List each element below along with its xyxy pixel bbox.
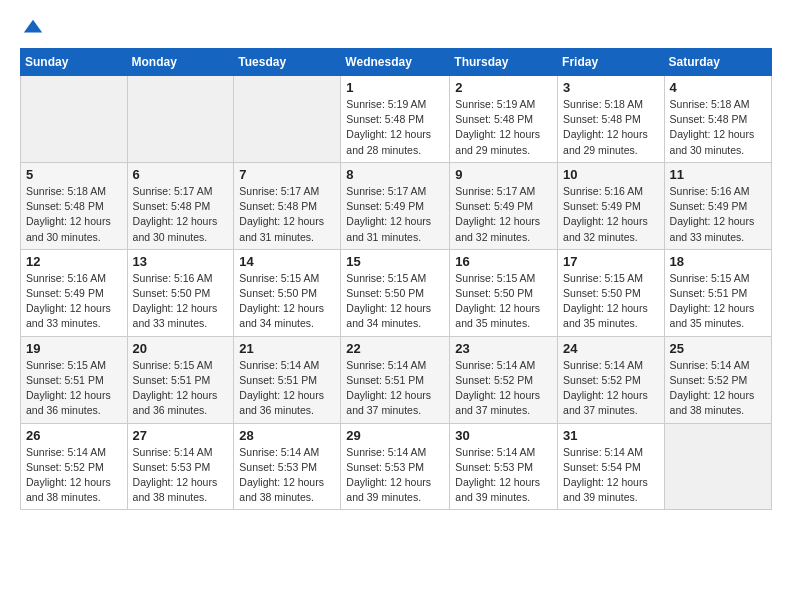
day-info: Sunrise: 5:15 AM Sunset: 5:51 PM Dayligh…	[26, 358, 122, 419]
day-info: Sunrise: 5:17 AM Sunset: 5:48 PM Dayligh…	[239, 184, 335, 245]
weekday-header: Tuesday	[234, 49, 341, 76]
weekday-header: Thursday	[450, 49, 558, 76]
weekday-header-row: SundayMondayTuesdayWednesdayThursdayFrid…	[21, 49, 772, 76]
day-info: Sunrise: 5:15 AM Sunset: 5:50 PM Dayligh…	[563, 271, 659, 332]
calendar-cell: 25Sunrise: 5:14 AM Sunset: 5:52 PM Dayli…	[664, 336, 771, 423]
day-number: 31	[563, 428, 659, 443]
day-number: 15	[346, 254, 444, 269]
calendar-cell	[21, 76, 128, 163]
weekday-header: Wednesday	[341, 49, 450, 76]
calendar-cell	[234, 76, 341, 163]
day-number: 12	[26, 254, 122, 269]
calendar-cell: 6Sunrise: 5:17 AM Sunset: 5:48 PM Daylig…	[127, 162, 234, 249]
day-info: Sunrise: 5:14 AM Sunset: 5:52 PM Dayligh…	[670, 358, 766, 419]
calendar-cell: 21Sunrise: 5:14 AM Sunset: 5:51 PM Dayli…	[234, 336, 341, 423]
day-info: Sunrise: 5:17 AM Sunset: 5:48 PM Dayligh…	[133, 184, 229, 245]
day-number: 2	[455, 80, 552, 95]
page-header	[20, 16, 772, 38]
day-number: 29	[346, 428, 444, 443]
day-number: 14	[239, 254, 335, 269]
day-info: Sunrise: 5:15 AM Sunset: 5:51 PM Dayligh…	[133, 358, 229, 419]
day-info: Sunrise: 5:15 AM Sunset: 5:50 PM Dayligh…	[346, 271, 444, 332]
day-number: 10	[563, 167, 659, 182]
calendar-cell: 26Sunrise: 5:14 AM Sunset: 5:52 PM Dayli…	[21, 423, 128, 510]
calendar-cell: 2Sunrise: 5:19 AM Sunset: 5:48 PM Daylig…	[450, 76, 558, 163]
calendar-cell: 16Sunrise: 5:15 AM Sunset: 5:50 PM Dayli…	[450, 249, 558, 336]
calendar-cell: 12Sunrise: 5:16 AM Sunset: 5:49 PM Dayli…	[21, 249, 128, 336]
day-info: Sunrise: 5:14 AM Sunset: 5:53 PM Dayligh…	[455, 445, 552, 506]
day-info: Sunrise: 5:15 AM Sunset: 5:50 PM Dayligh…	[239, 271, 335, 332]
calendar-cell: 30Sunrise: 5:14 AM Sunset: 5:53 PM Dayli…	[450, 423, 558, 510]
day-number: 18	[670, 254, 766, 269]
day-number: 8	[346, 167, 444, 182]
day-number: 23	[455, 341, 552, 356]
calendar-cell: 19Sunrise: 5:15 AM Sunset: 5:51 PM Dayli…	[21, 336, 128, 423]
logo	[20, 16, 44, 38]
day-number: 6	[133, 167, 229, 182]
calendar-week-row: 5Sunrise: 5:18 AM Sunset: 5:48 PM Daylig…	[21, 162, 772, 249]
day-number: 16	[455, 254, 552, 269]
weekday-header: Monday	[127, 49, 234, 76]
calendar-cell: 9Sunrise: 5:17 AM Sunset: 5:49 PM Daylig…	[450, 162, 558, 249]
calendar-cell: 27Sunrise: 5:14 AM Sunset: 5:53 PM Dayli…	[127, 423, 234, 510]
day-info: Sunrise: 5:18 AM Sunset: 5:48 PM Dayligh…	[26, 184, 122, 245]
day-number: 25	[670, 341, 766, 356]
calendar-cell: 11Sunrise: 5:16 AM Sunset: 5:49 PM Dayli…	[664, 162, 771, 249]
day-info: Sunrise: 5:16 AM Sunset: 5:49 PM Dayligh…	[26, 271, 122, 332]
calendar-cell: 15Sunrise: 5:15 AM Sunset: 5:50 PM Dayli…	[341, 249, 450, 336]
day-number: 13	[133, 254, 229, 269]
day-info: Sunrise: 5:14 AM Sunset: 5:54 PM Dayligh…	[563, 445, 659, 506]
day-number: 26	[26, 428, 122, 443]
calendar-cell	[127, 76, 234, 163]
calendar-cell: 20Sunrise: 5:15 AM Sunset: 5:51 PM Dayli…	[127, 336, 234, 423]
day-number: 7	[239, 167, 335, 182]
day-info: Sunrise: 5:14 AM Sunset: 5:53 PM Dayligh…	[346, 445, 444, 506]
calendar-cell: 14Sunrise: 5:15 AM Sunset: 5:50 PM Dayli…	[234, 249, 341, 336]
calendar-cell: 13Sunrise: 5:16 AM Sunset: 5:50 PM Dayli…	[127, 249, 234, 336]
calendar-cell: 4Sunrise: 5:18 AM Sunset: 5:48 PM Daylig…	[664, 76, 771, 163]
calendar-cell: 23Sunrise: 5:14 AM Sunset: 5:52 PM Dayli…	[450, 336, 558, 423]
calendar-cell: 28Sunrise: 5:14 AM Sunset: 5:53 PM Dayli…	[234, 423, 341, 510]
calendar-cell: 18Sunrise: 5:15 AM Sunset: 5:51 PM Dayli…	[664, 249, 771, 336]
day-number: 9	[455, 167, 552, 182]
weekday-header: Saturday	[664, 49, 771, 76]
day-info: Sunrise: 5:14 AM Sunset: 5:51 PM Dayligh…	[346, 358, 444, 419]
day-info: Sunrise: 5:16 AM Sunset: 5:49 PM Dayligh…	[670, 184, 766, 245]
day-info: Sunrise: 5:19 AM Sunset: 5:48 PM Dayligh…	[455, 97, 552, 158]
day-info: Sunrise: 5:15 AM Sunset: 5:50 PM Dayligh…	[455, 271, 552, 332]
day-info: Sunrise: 5:14 AM Sunset: 5:53 PM Dayligh…	[133, 445, 229, 506]
calendar-cell: 10Sunrise: 5:16 AM Sunset: 5:49 PM Dayli…	[558, 162, 665, 249]
day-number: 20	[133, 341, 229, 356]
calendar-cell: 22Sunrise: 5:14 AM Sunset: 5:51 PM Dayli…	[341, 336, 450, 423]
day-info: Sunrise: 5:18 AM Sunset: 5:48 PM Dayligh…	[670, 97, 766, 158]
day-number: 1	[346, 80, 444, 95]
calendar-table: SundayMondayTuesdayWednesdayThursdayFrid…	[20, 48, 772, 510]
day-info: Sunrise: 5:14 AM Sunset: 5:52 PM Dayligh…	[563, 358, 659, 419]
day-number: 3	[563, 80, 659, 95]
calendar-cell: 5Sunrise: 5:18 AM Sunset: 5:48 PM Daylig…	[21, 162, 128, 249]
weekday-header: Sunday	[21, 49, 128, 76]
calendar-cell: 29Sunrise: 5:14 AM Sunset: 5:53 PM Dayli…	[341, 423, 450, 510]
day-number: 28	[239, 428, 335, 443]
day-number: 4	[670, 80, 766, 95]
day-number: 22	[346, 341, 444, 356]
weekday-header: Friday	[558, 49, 665, 76]
day-number: 21	[239, 341, 335, 356]
calendar-cell: 7Sunrise: 5:17 AM Sunset: 5:48 PM Daylig…	[234, 162, 341, 249]
calendar-week-row: 19Sunrise: 5:15 AM Sunset: 5:51 PM Dayli…	[21, 336, 772, 423]
svg-marker-0	[24, 20, 42, 33]
day-number: 27	[133, 428, 229, 443]
calendar-week-row: 12Sunrise: 5:16 AM Sunset: 5:49 PM Dayli…	[21, 249, 772, 336]
day-info: Sunrise: 5:16 AM Sunset: 5:50 PM Dayligh…	[133, 271, 229, 332]
day-info: Sunrise: 5:14 AM Sunset: 5:52 PM Dayligh…	[26, 445, 122, 506]
day-info: Sunrise: 5:16 AM Sunset: 5:49 PM Dayligh…	[563, 184, 659, 245]
day-number: 5	[26, 167, 122, 182]
calendar-cell: 3Sunrise: 5:18 AM Sunset: 5:48 PM Daylig…	[558, 76, 665, 163]
day-number: 17	[563, 254, 659, 269]
day-info: Sunrise: 5:17 AM Sunset: 5:49 PM Dayligh…	[346, 184, 444, 245]
calendar-week-row: 1Sunrise: 5:19 AM Sunset: 5:48 PM Daylig…	[21, 76, 772, 163]
day-info: Sunrise: 5:14 AM Sunset: 5:53 PM Dayligh…	[239, 445, 335, 506]
day-info: Sunrise: 5:18 AM Sunset: 5:48 PM Dayligh…	[563, 97, 659, 158]
logo-icon	[22, 16, 44, 38]
calendar-cell: 31Sunrise: 5:14 AM Sunset: 5:54 PM Dayli…	[558, 423, 665, 510]
